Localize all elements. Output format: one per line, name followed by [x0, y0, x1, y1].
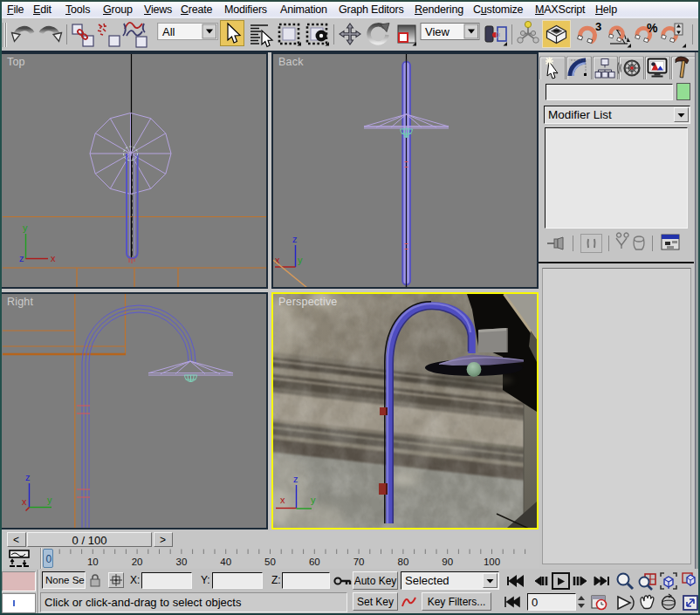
svg-text:70: 70 [353, 557, 365, 567]
svg-text:y: y [47, 495, 52, 505]
svg-text:30: 30 [176, 557, 188, 567]
svg-text:80: 80 [398, 557, 409, 567]
svg-text:20: 20 [132, 557, 143, 567]
svg-text:y: y [311, 495, 316, 505]
svg-text:y: y [298, 255, 303, 265]
svg-text:40: 40 [220, 557, 231, 567]
svg-text:3: 3 [595, 20, 601, 33]
svg-text:y: y [23, 222, 28, 233]
svg-text:60: 60 [309, 557, 320, 567]
svg-text:z: z [293, 474, 299, 484]
svg-text:10: 10 [87, 557, 99, 567]
svg-text:%: % [647, 21, 658, 35]
svg-text:z: z [292, 234, 298, 244]
svg-text:View: View [425, 25, 450, 38]
svg-text:100: 100 [484, 557, 500, 567]
svg-text:All: All [162, 25, 175, 38]
svg-text:x: x [51, 253, 56, 263]
svg-text:90: 90 [442, 557, 453, 567]
svg-text:x: x [280, 495, 285, 505]
svg-text:z: z [25, 472, 31, 482]
svg-text:50: 50 [264, 557, 276, 567]
svg-text:z: z [19, 253, 24, 263]
svg-text:x: x [22, 496, 27, 507]
